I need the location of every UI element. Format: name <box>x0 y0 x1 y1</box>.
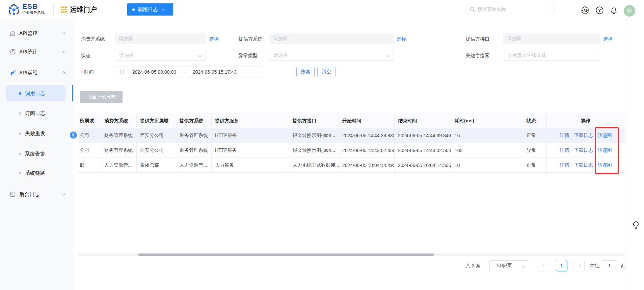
keyword-input[interactable]: 支持流水号/报文体 <box>503 50 600 61</box>
trace-map-link[interactable]: 轨迹图 <box>598 147 612 153</box>
sidebar-item-label: API统计 <box>19 49 37 55</box>
provider-interface-pick-link[interactable]: 选择 <box>603 33 613 44</box>
status-label: 状态 <box>81 50 90 61</box>
ai-assistant-icon[interactable]: AI <box>581 6 590 16</box>
col-provider-domain: 提供方所属域 <box>137 114 176 128</box>
logo-title: ESB <box>22 3 45 10</box>
time-start-value[interactable]: 2024-06-05 00:00:00 <box>132 69 176 75</box>
col-end-time: 结束时间 <box>395 114 451 128</box>
cell-cost: 105 <box>451 143 516 158</box>
status-badge: 异常 <box>516 143 547 158</box>
sidebar-item-api-monitor[interactable]: API监控 <box>0 26 73 41</box>
col-provider: 提供方系统 <box>176 114 212 128</box>
horizontal-scrollbar-track <box>78 253 625 256</box>
provider-system-label: 提供方系统 <box>239 33 262 44</box>
cell-consumer: 财务管理系统 <box>101 143 137 158</box>
horizontal-scrollbar-thumb[interactable] <box>138 253 434 256</box>
sidebar-item-api-stats[interactable]: API统计 <box>0 44 73 59</box>
provider-interface-placeholder: 请选择 <box>507 36 521 42</box>
cell-domain: 公司 <box>78 128 101 143</box>
bullet-dot-icon <box>19 153 21 155</box>
cell-provider: 财务管理系统 <box>176 128 212 143</box>
sidebar-subitem-label: 订阅日志 <box>25 110 45 117</box>
download-log-link[interactable]: 下载日志 <box>574 162 593 168</box>
svg-text:?: ? <box>598 8 601 13</box>
provider-system-pick-link[interactable]: 选择 <box>397 33 406 44</box>
consumer-system-pick-link[interactable]: 选择 <box>209 33 219 44</box>
sidebar-subitem-retry[interactable]: 失败重发 <box>0 126 73 141</box>
cell-domain: 公司 <box>78 143 101 158</box>
batch-download-button[interactable]: 批量下载日志 <box>80 91 123 103</box>
time-range-picker[interactable]: 2024-06-05 00:00:00 - 2024-06-05 15:17:4… <box>115 67 263 77</box>
sidebar-collapse-button[interactable] <box>70 131 77 139</box>
notification-bell-icon[interactable] <box>610 6 618 16</box>
sidebar-item-api-ops[interactable]: API运维 <box>0 65 73 80</box>
sidebar-item-backend-logs[interactable]: 后台日志 <box>0 187 73 202</box>
tab-active-dot-icon <box>132 8 135 11</box>
exception-type-placeholder: 请选择 <box>273 52 288 58</box>
svg-text:AI: AI <box>584 8 587 12</box>
cell-start-time: 2024-06-05 14:43:02.459 <box>339 143 395 158</box>
table-row[interactable]: 公司 财务管理系统 西安分公司 财务管理系统 HTTP服务 报文转换示例-jso… <box>78 143 625 158</box>
bullet-dot-icon <box>19 112 21 115</box>
chevron-down-icon <box>521 264 525 268</box>
user-avatar[interactable]: 管 <box>624 5 635 17</box>
sidebar-subitem-label: 系统链路 <box>25 170 45 176</box>
trace-map-link[interactable]: 轨迹图 <box>598 162 612 168</box>
time-end-value[interactable]: 2024-06-05 15:17:43 <box>193 69 237 75</box>
megaphone-icon <box>9 70 16 76</box>
cell-consumer: 人力资源管... <box>101 158 137 173</box>
clear-button[interactable]: 清空 <box>317 67 336 77</box>
table-row[interactable]: 公司 财务管理系统 西安分公司 财务管理系统 HTTP服务 报文转换示例-jso… <box>78 128 625 143</box>
logo-text: ESB 企业服务总线 <box>22 3 45 15</box>
tab-label: 调用日志 <box>138 6 158 13</box>
goto-page-input[interactable] <box>602 260 617 271</box>
top-header: ESB 企业服务总线 运维门户 调用日志 × 搜索菜单名称 AI <box>0 0 644 19</box>
detail-link[interactable]: 详情 <box>560 162 569 168</box>
download-log-link[interactable]: 下载日志 <box>574 147 593 153</box>
cell-service: HTTP服务 <box>212 128 289 143</box>
tab-call-logs[interactable]: 调用日志 × <box>127 3 173 16</box>
sidebar-item-label: API运维 <box>19 70 37 76</box>
search-button[interactable]: 搜索 <box>296 67 315 77</box>
exception-type-select[interactable]: 请选择 <box>269 50 394 61</box>
status-badge: 正常 <box>516 128 547 143</box>
next-page-button[interactable] <box>573 260 585 271</box>
status-select[interactable]: 请选择 <box>115 50 206 61</box>
pie-chart-icon <box>9 49 16 55</box>
lightbulb-hint-icon[interactable] <box>632 221 640 232</box>
sidebar-subitem-label: 系统告警 <box>25 151 45 157</box>
provider-system-input[interactable]: 请选择 <box>269 33 394 44</box>
table-row[interactable]: 部 人力资源管... 集团总部 人力资源管... 人力服务 人力系统主题数据接.… <box>78 158 625 173</box>
prev-page-button[interactable] <box>538 260 549 271</box>
detail-link[interactable]: 详情 <box>560 132 569 139</box>
page-size-select[interactable]: 10条/页 <box>489 260 529 271</box>
col-consumer: 消费方系统 <box>101 114 137 128</box>
keyword-placeholder: 支持流水号/报文体 <box>507 52 546 58</box>
cell-provider-domain: 西安分公司 <box>137 143 176 158</box>
cell-interface: 报文转换示例-json... <box>289 143 339 158</box>
consumer-system-input[interactable]: 请选择 <box>115 33 206 44</box>
col-status: 状态 <box>516 114 547 128</box>
col-domain: 所属域 <box>78 114 101 128</box>
provider-interface-input[interactable]: 请选择 <box>503 33 600 44</box>
time-separator: - <box>184 69 185 75</box>
bullet-dot-icon <box>19 92 21 95</box>
download-log-link[interactable]: 下载日志 <box>574 132 593 139</box>
goto-label: 前往 <box>590 260 599 272</box>
trace-map-link[interactable]: 轨迹图 <box>598 132 612 139</box>
sidebar-subitem-system-links[interactable]: 系统链路 <box>0 166 73 180</box>
detail-link[interactable]: 详情 <box>560 147 569 153</box>
help-icon[interactable]: ? <box>595 6 604 16</box>
cell-cost: 10 <box>451 158 516 173</box>
sidebar-subitem-system-alerts[interactable]: 系统告警 <box>0 146 73 161</box>
keyword-label: 关键字搜索 <box>466 50 489 61</box>
tab-close-icon[interactable]: × <box>162 7 165 12</box>
sidebar-subitem-call-logs[interactable]: 调用日志 <box>0 86 73 101</box>
menu-search-input[interactable]: 搜索菜单名称 <box>465 4 555 15</box>
sidebar-subitem-subscribe-logs[interactable]: 订阅日志 <box>0 106 73 121</box>
provider-interface-label: 提供方接口 <box>466 33 489 44</box>
sidebar-item-label: 后台日志 <box>19 191 39 198</box>
col-interface: 提供方接口 <box>289 114 339 128</box>
current-page-button[interactable]: 1 <box>556 260 567 271</box>
